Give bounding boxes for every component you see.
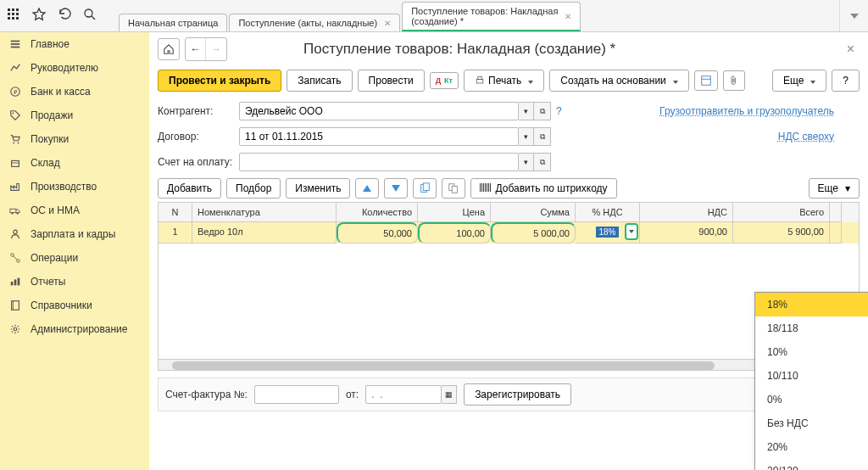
sidebar-item-chart-line[interactable]: Руководителю bbox=[0, 56, 149, 80]
person-icon bbox=[8, 227, 22, 241]
dropdown-item[interactable]: 10/110 bbox=[755, 364, 868, 388]
paste-button[interactable] bbox=[442, 178, 465, 199]
help-icon[interactable]: ? bbox=[556, 105, 562, 117]
calendar-icon[interactable]: ▦ bbox=[442, 385, 457, 404]
cell-vatp[interactable]: 18% bbox=[576, 222, 640, 243]
sf-date-input[interactable] bbox=[365, 385, 442, 404]
close-page[interactable]: × bbox=[842, 42, 860, 57]
sidebar-item-bars[interactable]: Отчеты bbox=[0, 270, 149, 294]
svg-rect-0 bbox=[8, 8, 10, 11]
tab-home[interactable]: Начальная страница bbox=[119, 14, 227, 31]
apps-icon[interactable] bbox=[7, 8, 20, 24]
panel-toggle[interactable] bbox=[839, 0, 868, 31]
sidebar-item-gear[interactable]: Администрирование bbox=[0, 317, 149, 341]
tab-label: Поступление товаров: Накладная(создание)… bbox=[411, 6, 558, 26]
add-button[interactable]: Добавить bbox=[158, 178, 221, 199]
close-icon[interactable]: ✕ bbox=[384, 19, 391, 28]
vat-dropdown-button[interactable] bbox=[625, 223, 638, 240]
cell-qty[interactable]: 50,000 bbox=[337, 222, 418, 243]
sidebar-item-flow[interactable]: Операции bbox=[0, 246, 149, 270]
dropdown-icon[interactable]: ▾ bbox=[519, 102, 534, 120]
edit-button[interactable]: Изменить bbox=[286, 178, 350, 199]
dt-kt-button[interactable]: ДКт bbox=[430, 72, 459, 89]
barcode-button[interactable]: Добавить по штрихкоду bbox=[470, 178, 616, 199]
tab-current[interactable]: Поступление товаров: Накладная(создание)… bbox=[402, 2, 581, 31]
sidebar-item-truck[interactable]: ОС и НМА bbox=[0, 199, 149, 222]
star-icon[interactable] bbox=[32, 8, 46, 24]
sidebar-item-box[interactable]: Склад bbox=[0, 151, 149, 175]
move-up-button[interactable] bbox=[355, 178, 379, 199]
svg-rect-30 bbox=[18, 278, 20, 286]
move-down-button[interactable] bbox=[384, 178, 408, 199]
table-more-button[interactable]: Еще ▾ bbox=[809, 178, 860, 199]
sidebar-item-cart[interactable]: Покупки bbox=[0, 127, 149, 151]
table-row[interactable]: 1 Ведро 10л 50,000 100,00 5 000,00 18% 9… bbox=[159, 222, 859, 243]
close-icon[interactable]: ✕ bbox=[565, 12, 571, 21]
dropdown-item[interactable]: 20% bbox=[755, 435, 868, 459]
svg-rect-29 bbox=[14, 279, 17, 285]
open-icon[interactable]: ⧉ bbox=[534, 127, 551, 146]
dropdown-item[interactable]: 10% bbox=[755, 340, 868, 364]
sidebar-item-factory[interactable]: Производство bbox=[0, 175, 149, 199]
contract-label: Договор: bbox=[158, 131, 239, 143]
related-button[interactable] bbox=[694, 70, 718, 91]
post-close-button[interactable]: Провести и закрыть bbox=[158, 70, 281, 92]
dropdown-icon[interactable]: ▾ bbox=[519, 153, 534, 171]
search-icon[interactable] bbox=[83, 8, 97, 24]
sidebar-item-label: Банк и касса bbox=[31, 86, 91, 98]
cell-sum[interactable]: 5 000,00 bbox=[491, 222, 576, 243]
tab-receipts[interactable]: Поступление (акты, накладные)✕ bbox=[229, 14, 400, 31]
sf-number-input[interactable] bbox=[254, 385, 339, 404]
sidebar-item-label: Склад bbox=[31, 157, 60, 169]
consignor-link[interactable]: Грузоотправитель и грузополучатель bbox=[659, 105, 860, 117]
vat-dropdown: 18%18/11810%10/1100%Без НДС20%20/120 bbox=[754, 292, 868, 470]
open-icon[interactable]: ⧉ bbox=[534, 153, 551, 171]
forward-button[interactable]: → bbox=[206, 38, 226, 60]
pick-button[interactable]: Подбор bbox=[226, 178, 281, 199]
more-button[interactable]: Еще bbox=[772, 70, 826, 92]
dropdown-item[interactable]: 18% bbox=[755, 293, 868, 316]
dropdown-item[interactable]: 18/118 bbox=[755, 316, 868, 340]
book-icon bbox=[8, 299, 22, 312]
open-icon[interactable]: ⧉ bbox=[534, 102, 551, 120]
back-button[interactable]: ← bbox=[186, 38, 206, 60]
dropdown-item[interactable]: Без НДС bbox=[755, 411, 868, 435]
create-based-button[interactable]: Создать на основании bbox=[549, 70, 689, 92]
contract-input[interactable] bbox=[239, 127, 519, 146]
barcode-icon bbox=[480, 182, 492, 194]
sidebar-item-label: Зарплата и кадры bbox=[31, 228, 115, 240]
dropdown-item[interactable]: 20/120 bbox=[755, 459, 868, 470]
cell-price[interactable]: 100,00 bbox=[418, 222, 491, 243]
counterparty-input[interactable] bbox=[239, 102, 519, 120]
history-icon[interactable] bbox=[58, 8, 71, 24]
dropdown-item[interactable]: 0% bbox=[755, 388, 868, 411]
vat-link[interactable]: НДС сверху bbox=[778, 131, 860, 143]
sidebar-item-ruble[interactable]: ₽Банк и касса bbox=[0, 80, 149, 104]
attach-button[interactable] bbox=[723, 70, 745, 91]
sidebar-item-tag[interactable]: Продажи bbox=[0, 104, 149, 127]
cell-vat: 900,00 bbox=[640, 222, 733, 243]
home-button[interactable] bbox=[158, 38, 180, 60]
bars-icon bbox=[8, 275, 22, 288]
svg-point-16 bbox=[13, 113, 14, 115]
sidebar-item-person[interactable]: Зарплата и кадры bbox=[0, 222, 149, 246]
cell-nom[interactable]: Ведро 10л bbox=[192, 222, 337, 243]
sidebar-item-label: Продажи bbox=[31, 109, 73, 121]
dropdown-icon[interactable]: ▾ bbox=[519, 127, 534, 146]
help-button[interactable]: ? bbox=[832, 70, 860, 92]
svg-rect-34 bbox=[476, 80, 483, 84]
print-button[interactable]: Печать bbox=[464, 70, 544, 92]
register-button[interactable]: Зарегистрировать bbox=[464, 383, 571, 406]
copy-button[interactable] bbox=[413, 178, 437, 199]
svg-point-18 bbox=[18, 143, 19, 144]
vat-selected: 18% bbox=[596, 227, 618, 238]
save-button[interactable]: Записать bbox=[287, 70, 352, 92]
svg-rect-8 bbox=[16, 17, 19, 20]
invoice-input[interactable] bbox=[239, 153, 519, 171]
post-button[interactable]: Провести bbox=[358, 70, 425, 92]
sidebar-item-label: Отчеты bbox=[31, 276, 65, 288]
svg-text:₽: ₽ bbox=[14, 89, 18, 95]
svg-point-25 bbox=[11, 254, 14, 257]
sidebar-item-book[interactable]: Справочники bbox=[0, 294, 149, 317]
sidebar-item-hamburger[interactable]: Главное bbox=[0, 32, 149, 56]
